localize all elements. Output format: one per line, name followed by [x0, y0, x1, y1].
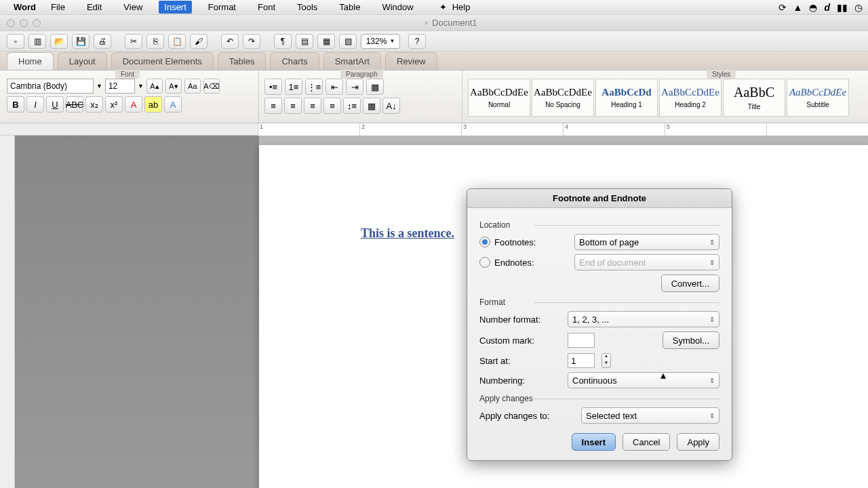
open-button[interactable]: 📂 [50, 34, 68, 49]
endnotes-radio[interactable] [479, 257, 490, 268]
apply-changes-to-select[interactable]: Selected text⇕ [581, 407, 719, 424]
clear-format-button[interactable]: A⌫ [203, 79, 220, 94]
vertical-ruler[interactable] [0, 136, 15, 488]
strike-button[interactable]: ABC [66, 96, 83, 113]
menu-view[interactable]: View [118, 1, 148, 14]
style-heading-1[interactable]: AaBbCcDdHeading 1 [595, 79, 658, 117]
pilcrow-button[interactable]: ¶ [274, 34, 292, 49]
close-window-button[interactable] [7, 19, 15, 27]
copy-button[interactable]: ⎘ [146, 34, 164, 49]
tab-review[interactable]: Review [385, 52, 437, 70]
convert-button[interactable]: Convert... [661, 274, 719, 292]
document-title: Document1 [432, 18, 477, 28]
tab-document-elements[interactable]: Document Elements [111, 52, 214, 70]
symbol-button[interactable]: Symbol... [663, 331, 719, 349]
tab-tables[interactable]: Tables [218, 52, 267, 70]
footnotes-location-select[interactable]: Bottom of page⇕ [574, 234, 719, 250]
menu-insert[interactable]: Insert [159, 1, 192, 14]
subscript-button[interactable]: x₂ [85, 96, 103, 113]
bullets-button[interactable]: •≡ [264, 79, 282, 95]
align-right-button[interactable]: ≡ [304, 98, 321, 114]
menu-edit[interactable]: Edit [81, 1, 107, 14]
decrease-indent-button[interactable]: ⇤ [326, 79, 343, 95]
battery-icon[interactable]: ▮▮ [837, 2, 848, 13]
font-name-select[interactable] [7, 79, 94, 94]
cut-button[interactable]: ✂ [125, 34, 142, 49]
hat-icon[interactable]: ◓ [809, 2, 817, 13]
menu-format[interactable]: Format [203, 1, 241, 14]
endnotes-location-select[interactable]: End of document⇕ [574, 254, 719, 270]
new-doc-button[interactable]: ▫ [7, 34, 24, 49]
undo-button[interactable]: ↶ [221, 34, 239, 49]
menu-table[interactable]: Table [334, 1, 366, 14]
tab-home[interactable]: Home [7, 52, 54, 70]
underline-button[interactable]: U [46, 96, 64, 113]
numbering-button[interactable]: 1≡ [285, 79, 302, 95]
drive-icon[interactable]: ▲ [793, 2, 803, 13]
app-name[interactable]: Word [14, 2, 36, 12]
zoom-window-button[interactable] [33, 19, 41, 27]
sort-button[interactable]: A↓ [382, 98, 400, 114]
font-size-select[interactable] [105, 79, 135, 94]
tab-layout[interactable]: Layout [58, 52, 107, 70]
style-no-spacing[interactable]: AaBbCcDdEeNo Spacing [532, 79, 594, 117]
number-format-select[interactable]: 1, 2, 3, ...⇕ [568, 311, 719, 327]
superscript-button[interactable]: x² [105, 96, 123, 113]
apply-button[interactable]: Apply [677, 433, 719, 451]
sidebar-button[interactable]: ▤ [296, 34, 313, 49]
redo-button[interactable]: ↷ [243, 34, 260, 49]
menu-tools[interactable]: Tools [292, 1, 323, 14]
apply-changes-to-label: Apply changes to: [479, 411, 574, 421]
font-color-button[interactable]: A [125, 96, 142, 113]
horizontal-ruler[interactable]: 12345 [0, 123, 868, 136]
clock-icon[interactable]: ◷ [854, 2, 863, 13]
style-subtitle[interactable]: AaBbCcDdEeSubtitle [787, 79, 849, 117]
menu-file[interactable]: File [45, 1, 71, 14]
tab-smartart[interactable]: SmartArt [323, 52, 381, 70]
style-normal[interactable]: AaBbCcDdEeNormal [468, 79, 530, 117]
media-button[interactable]: ▧ [339, 34, 357, 49]
footnotes-label: Footnotes: [494, 237, 536, 247]
minimize-window-button[interactable] [20, 19, 28, 27]
save-button[interactable]: 💾 [72, 34, 90, 49]
footnotes-radio[interactable] [479, 237, 490, 247]
help-button[interactable]: ? [408, 34, 426, 49]
zoom-select[interactable]: 132%▼ [361, 34, 400, 49]
menu-font[interactable]: Font [252, 1, 281, 14]
start-at-spinner[interactable]: ▲▼ [601, 353, 611, 368]
paste-button[interactable]: 📋 [168, 34, 186, 49]
change-case-button[interactable]: Aa [184, 79, 201, 94]
templates-button[interactable]: ▥ [28, 34, 46, 49]
style-title[interactable]: AaBbCTitle [723, 79, 785, 117]
tab-charts[interactable]: Charts [270, 52, 319, 70]
justify-button[interactable]: ≡ [323, 98, 341, 114]
menu-window[interactable]: Window [376, 1, 418, 14]
bold-button[interactable]: B [7, 96, 24, 113]
toolbox-button[interactable]: ▦ [317, 34, 335, 49]
align-center-button[interactable]: ≡ [284, 98, 302, 114]
insert-button[interactable]: Insert [572, 433, 616, 451]
line-spacing-button[interactable]: ↕≡ [343, 98, 361, 114]
d-icon[interactable]: d [824, 2, 830, 13]
highlight-button[interactable]: ab [144, 96, 162, 113]
custom-mark-input[interactable] [568, 333, 595, 348]
text-effects-button[interactable]: A [164, 96, 182, 113]
script-icon[interactable]: ✦ [439, 2, 447, 12]
numbering-select[interactable]: Continuous⇕ [568, 372, 719, 388]
menu-help[interactable]: Help [447, 1, 476, 14]
print-button[interactable]: 🖨 [94, 34, 111, 49]
align-left-button[interactable]: ≡ [264, 98, 282, 114]
shading-button[interactable]: ▦ [363, 98, 380, 114]
sync-icon[interactable]: ⟳ [778, 2, 787, 13]
style-heading-2[interactable]: AaBbCcDdEeHeading 2 [659, 79, 722, 117]
borders-button[interactable]: ▦ [366, 79, 384, 95]
format-painter-button[interactable]: 🖌 [190, 34, 208, 49]
cancel-button[interactable]: Cancel [623, 433, 670, 451]
start-at-input[interactable] [568, 353, 595, 368]
grow-font-button[interactable]: A▴ [146, 79, 163, 94]
increase-indent-button[interactable]: ⇥ [346, 79, 363, 95]
shrink-font-button[interactable]: A▾ [165, 79, 182, 94]
italic-button[interactable]: I [26, 96, 44, 113]
document-text[interactable]: This is a sentence. [361, 226, 454, 240]
multilevel-button[interactable]: ⋮≡ [305, 79, 323, 95]
